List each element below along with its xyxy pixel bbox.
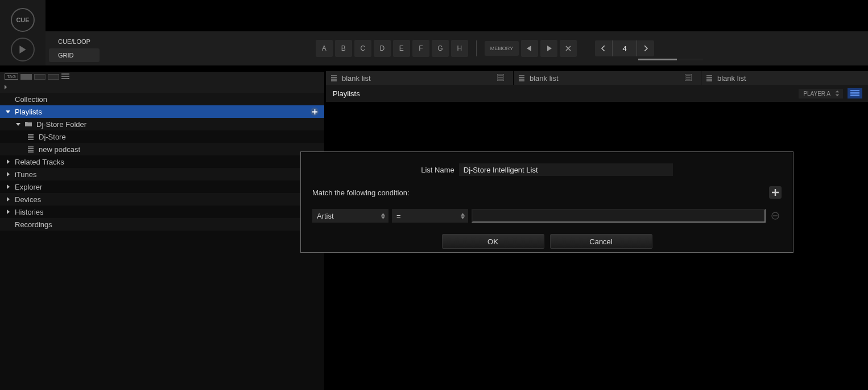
cue-button[interactable]: CUE xyxy=(11,8,35,32)
cancel-button[interactable]: Cancel xyxy=(550,234,652,249)
mode-tabs: CUE/LOOP GRID xyxy=(49,35,100,62)
condition-field-value: Artist xyxy=(317,212,334,220)
add-playlist-button[interactable] xyxy=(311,108,319,116)
tree-label: Dj-Store Folder xyxy=(36,120,86,129)
list-icon xyxy=(518,75,525,81)
disclosure-arrow[interactable] xyxy=(6,184,11,189)
dialog-buttons: OK Cancel xyxy=(312,234,782,249)
play-button[interactable] xyxy=(11,38,35,61)
hotcue-c[interactable]: C xyxy=(354,40,371,57)
condition-value-input[interactable] xyxy=(472,209,766,223)
folder-icon xyxy=(25,121,33,128)
tree-expand-bar[interactable] xyxy=(0,81,324,93)
tree-playlists[interactable]: Playlists xyxy=(0,105,324,118)
tree-recordings[interactable]: Recordings xyxy=(0,218,324,231)
panel-tab-label: blank list xyxy=(342,74,371,83)
intelligent-list-dialog: List Name Match the following condition:… xyxy=(300,151,793,253)
hotcue-a[interactable]: A xyxy=(316,40,333,57)
memory-prev-button[interactable] xyxy=(521,40,538,57)
list-name-input[interactable] xyxy=(459,163,673,176)
triangle-right-icon xyxy=(6,172,10,176)
hotcue-b[interactable]: B xyxy=(335,40,352,57)
top-black-bar xyxy=(46,0,868,31)
subheader-title: Playlists xyxy=(326,89,519,98)
panel-tab-3[interactable]: blank list xyxy=(701,71,868,85)
condition-operator-select[interactable]: = xyxy=(392,209,468,223)
disclosure-arrow[interactable] xyxy=(6,159,11,164)
tab-grid[interactable]: GRID xyxy=(49,48,100,62)
tree-label: Explorer xyxy=(15,183,42,191)
tree-dj-store[interactable]: Dj-Store xyxy=(0,130,324,143)
view-block-1[interactable] xyxy=(20,74,32,80)
tree-label: Recordings xyxy=(15,220,52,229)
player-select-label: PLAYER A xyxy=(803,91,830,97)
panel-menu-icon[interactable] xyxy=(497,74,509,83)
beat-prev-button[interactable] xyxy=(595,40,612,56)
disclosure-arrow[interactable] xyxy=(6,210,11,214)
disclosure-arrow[interactable] xyxy=(6,172,11,176)
hotcue-h[interactable]: H xyxy=(451,40,468,57)
chevron-left-icon xyxy=(601,46,606,51)
hotcue-e[interactable]: E xyxy=(393,40,410,57)
panel-tab-label: blank list xyxy=(530,74,559,83)
menu-icon xyxy=(685,74,692,81)
hotcue-buttons: A B C D E F G H xyxy=(316,40,468,57)
disclosure-arrow[interactable] xyxy=(6,197,11,202)
tree-related-tracks[interactable]: Related Tracks xyxy=(0,155,324,168)
view-block-3[interactable] xyxy=(48,74,59,80)
panel-tab-2[interactable]: blank list xyxy=(514,71,701,85)
toolbar: CUE/LOOP GRID A B C D E F G H MEMORY 4 xyxy=(46,31,868,65)
tree-histories[interactable]: Histories xyxy=(0,206,324,218)
memory-label: MEMORY xyxy=(485,41,519,56)
library-tree: Collection Playlists Dj-Store Folder Dj-… xyxy=(0,93,324,390)
beat-count: 4 xyxy=(612,40,637,56)
disclosure-arrow[interactable] xyxy=(6,109,11,114)
plus-icon xyxy=(772,189,779,196)
list-view-button[interactable] xyxy=(848,88,862,98)
play-icon xyxy=(19,46,27,54)
beat-slider-fill xyxy=(638,59,677,60)
match-condition-label: Match the following condition: xyxy=(312,188,410,197)
hotcue-d[interactable]: D xyxy=(374,40,391,57)
tree-label: Dj-Store xyxy=(39,133,66,141)
beat-slider[interactable] xyxy=(638,59,703,60)
updown-icon xyxy=(381,213,385,219)
tree-itunes[interactable]: iTunes xyxy=(0,168,324,180)
view-block-2[interactable] xyxy=(34,74,46,80)
chevron-right-icon xyxy=(3,85,8,89)
tree-explorer[interactable]: Explorer xyxy=(0,180,324,193)
triangle-left-icon xyxy=(527,46,532,51)
triangle-right-icon xyxy=(546,46,552,51)
remove-condition-button[interactable] xyxy=(769,210,782,222)
updown-icon xyxy=(461,213,465,219)
memory-next-button[interactable] xyxy=(540,40,557,57)
minus-circle-icon xyxy=(771,212,779,220)
ok-button[interactable]: OK xyxy=(442,234,544,249)
tree-new-podcast[interactable]: new podcast xyxy=(0,143,324,155)
updown-icon xyxy=(835,91,840,96)
view-list-toggle[interactable] xyxy=(61,73,69,81)
add-condition-button[interactable] xyxy=(769,186,782,199)
tree-dj-store-folder[interactable]: Dj-Store Folder xyxy=(0,118,324,130)
panel-menu-icon[interactable] xyxy=(685,74,696,83)
triangle-right-icon xyxy=(6,210,10,214)
tree-devices[interactable]: Devices xyxy=(0,193,324,206)
memory-delete-button[interactable] xyxy=(560,40,577,57)
tab-cue-loop[interactable]: CUE/LOOP xyxy=(49,35,100,48)
x-icon xyxy=(565,46,571,51)
player-select[interactable]: PLAYER A xyxy=(799,89,843,98)
tree-collection[interactable]: Collection xyxy=(0,93,324,105)
disclosure-arrow[interactable] xyxy=(16,122,22,126)
hotcue-g[interactable]: G xyxy=(432,40,449,57)
content-subheader: Playlists PLAYER A xyxy=(326,85,868,102)
triangle-right-icon xyxy=(6,159,10,164)
condition-field-select[interactable]: Artist xyxy=(312,209,388,223)
panel-tabs: blank list blank list blank list xyxy=(326,71,868,85)
beat-next-button[interactable] xyxy=(637,40,654,56)
tree-label: Devices xyxy=(15,195,41,204)
beat-stepper: 4 xyxy=(595,40,654,56)
panel-tab-1[interactable]: blank list xyxy=(326,71,514,85)
hotcue-f[interactable]: F xyxy=(412,40,429,57)
dialog-match-row: Match the following condition: xyxy=(312,186,782,199)
tree-label: iTunes xyxy=(15,170,37,179)
